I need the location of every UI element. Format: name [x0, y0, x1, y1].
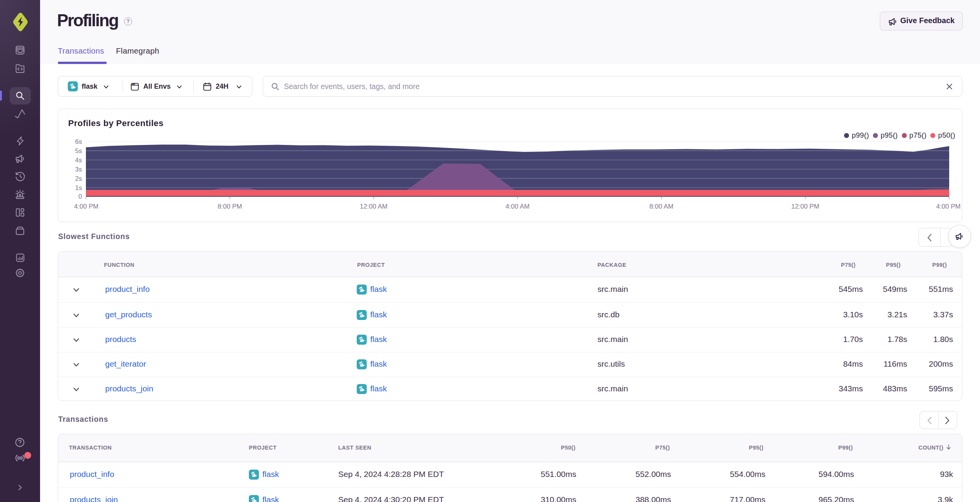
svg-text:8:00 AM: 8:00 AM	[649, 203, 673, 210]
svg-text:6s: 6s	[75, 138, 82, 145]
svg-text:12:00 AM: 12:00 AM	[360, 203, 388, 210]
svg-text:2s: 2s	[75, 175, 82, 182]
svg-text:4:00 PM: 4:00 PM	[936, 203, 960, 210]
svg-text:8:00 PM: 8:00 PM	[218, 203, 242, 210]
svg-text:0: 0	[79, 193, 82, 200]
svg-text:4s: 4s	[75, 157, 82, 164]
svg-text:4:00 PM: 4:00 PM	[74, 203, 98, 210]
svg-text:1s: 1s	[75, 184, 82, 192]
svg-text:5s: 5s	[75, 147, 82, 155]
svg-text:3s: 3s	[75, 166, 82, 173]
svg-text:4:00 AM: 4:00 AM	[505, 203, 529, 210]
svg-text:12:00 PM: 12:00 PM	[791, 203, 819, 210]
